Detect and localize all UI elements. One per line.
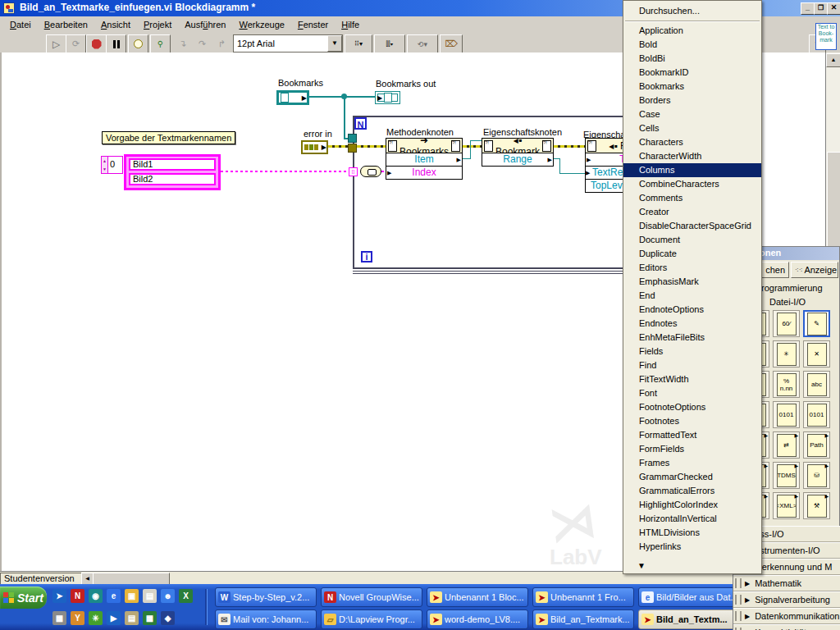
menu-item-application[interactable]: Application <box>623 24 761 38</box>
menu-item-htmldivisions[interactable]: HTMLDivisions <box>623 526 761 540</box>
distribute-objects-button[interactable]: ⫿⫿▾ <box>374 34 405 53</box>
tools-icon[interactable]: Y <box>71 611 84 625</box>
menu-bearbeiten[interactable]: Bearbeiten <box>38 18 94 31</box>
write-text-file-icon[interactable]: ✎ <box>803 310 830 337</box>
menu-item-fittextwidth[interactable]: FitTextWidth <box>623 372 761 386</box>
taskbar-button-bild-an-textmark[interactable]: ➤Bild_an_Textmark... <box>532 609 634 629</box>
run-continuous-button[interactable]: ⟳ <box>66 34 86 53</box>
free-label[interactable]: Vorgabe der Textmarkennamen <box>102 131 235 144</box>
execution-target-tab[interactable]: Studentenversion <box>0 573 84 585</box>
menu-item-characterwidth[interactable]: CharacterWidth <box>623 149 761 163</box>
menu-item-cells[interactable]: Cells <box>623 121 761 135</box>
taskbar-button-mail-von-johann[interactable]: ✉Mail von: Johann... <box>215 609 317 629</box>
media-player-icon[interactable]: ▶ <box>107 611 121 625</box>
array-constant[interactable]: Bild1 Bild2 <box>124 154 221 190</box>
property-node-row-range[interactable]: Range▶ <box>482 153 553 166</box>
new-file-icon[interactable]: ✳ <box>773 340 800 368</box>
menu-item-endnotes[interactable]: Endnotes <box>623 317 761 331</box>
advanced-file-icon[interactable]: ⚒▶ <box>803 492 830 519</box>
menu-datei[interactable]: Datei <box>3 18 38 31</box>
palette-category-datenkommunikation[interactable]: ▶Datenkommunikation <box>733 608 840 624</box>
array-index-box[interactable]: ▲▼ 0 <box>101 156 123 174</box>
menu-item-comments[interactable]: Comments <box>623 191 761 205</box>
method-node-row-index[interactable]: Index▶ <box>386 166 462 179</box>
start-button[interactable]: Start <box>0 587 47 609</box>
retain-wire-values-button[interactable]: ⚲ <box>150 34 171 53</box>
vi-icon[interactable]: Text toBook-mark <box>815 23 837 50</box>
menu-fenster[interactable]: Fenster <box>291 18 335 31</box>
menu-item-find[interactable]: Find <box>623 358 761 372</box>
hscrollbar-thumb[interactable] <box>93 573 170 585</box>
taskbar-button-unbenannt-1-fro[interactable]: ➤Unbenannt 1 Fro... <box>532 587 634 607</box>
menu-item-footnotes[interactable]: Footnotes <box>623 414 761 428</box>
error-wire[interactable] <box>357 145 386 148</box>
folder-exchange-icon[interactable]: ▣ <box>125 589 139 603</box>
align-objects-button[interactable]: ⠿▾ <box>345 34 372 53</box>
menu-item-formattedtext[interactable]: FormattedText <box>623 428 761 442</box>
menu-ansicht[interactable]: Ansicht <box>94 18 137 31</box>
step-into-button[interactable]: ↴ <box>172 34 193 53</box>
palette-view-button[interactable]: ⁖⁖ Anzeige <box>791 262 838 278</box>
indexing-tunnel[interactable]: [] <box>349 167 358 176</box>
palette-category-mathematik[interactable]: ▶Mathematik <box>733 575 840 591</box>
taskbar-button-step-by-step-v-2[interactable]: WStep-by-Step_v.2... <box>215 587 317 607</box>
taskbar-button-bild-bilder-aus-dat[interactable]: eBild/Bilder aus Dat... <box>638 587 740 607</box>
error-in-terminal[interactable]: ▶ <box>301 140 328 154</box>
menu-item-hyperlinks[interactable]: Hyperlinks <box>623 540 761 554</box>
font-selector[interactable]: 12pt Arial ▼ <box>233 34 343 52</box>
error-wire[interactable] <box>463 145 482 148</box>
loop-iteration-terminal[interactable]: i <box>361 251 372 262</box>
menu-item-case[interactable]: Case <box>623 107 761 121</box>
menu-item-formfields[interactable]: FormFields <box>623 442 761 456</box>
item-wire[interactable] <box>470 140 471 159</box>
menu-item-frames[interactable]: Frames <box>623 456 761 470</box>
menu-projekt[interactable]: Projekt <box>137 18 178 31</box>
taskbar-button-unbenannt-1-bloc[interactable]: ➤Unbenannt 1 Bloc... <box>427 587 528 607</box>
menu-item-bookmarks[interactable]: Bookmarks <box>623 80 761 94</box>
path-functions-icon[interactable]: Path▶ <box>803 431 830 459</box>
menu-scroll-more-icon[interactable]: ▼ <box>637 561 646 570</box>
menu-item-bookmarkid[interactable]: BookmarkID <box>623 66 761 80</box>
menu-werkzeuge[interactable]: Werkzeuge <box>232 18 290 31</box>
restore-button[interactable]: ❐ <box>814 2 828 15</box>
property-node[interactable]: ?! ◂▪ Bookmark ?! Range▶ <box>482 138 554 167</box>
read-spreadsheet-icon[interactable]: 60⁄ <box>773 310 800 337</box>
messenger-icon[interactable]: ☻ <box>161 589 175 603</box>
error-wire[interactable] <box>328 145 348 148</box>
chevron-down-icon[interactable]: ▼ <box>327 35 342 52</box>
highlight-execution-button[interactable] <box>128 34 148 53</box>
step-out-button[interactable]: ↱ <box>212 34 232 53</box>
menu-item-columns[interactable]: Columns <box>623 163 761 177</box>
palette-category-konnektivitt[interactable]: ▶Konnektivität <box>733 624 840 630</box>
menu-ausfhren[interactable]: Ausführen <box>178 18 232 31</box>
calculator-icon[interactable]: ▦ <box>52 611 66 625</box>
menu-item-disablecharacterspacegrid[interactable]: DisableCharacterSpaceGrid <box>623 219 761 233</box>
reference-wire[interactable] <box>344 97 345 138</box>
xml-icon[interactable]: <XML>▶ <box>773 492 800 519</box>
globe-icon[interactable]: ◉ <box>89 589 103 603</box>
menu-item-emphasismark[interactable]: EmphasisMark <box>623 275 761 289</box>
msn-icon[interactable]: ✳ <box>89 611 103 625</box>
run-button[interactable]: ▷ <box>46 34 66 53</box>
close-file-icon[interactable]: ✕ <box>803 340 830 368</box>
close-button[interactable]: ✕ <box>827 2 840 15</box>
launch-internet-icon[interactable]: ➤ <box>52 589 66 603</box>
minimize-button[interactable]: _ <box>801 2 815 15</box>
menu-item-duplicate[interactable]: Duplicate <box>623 247 761 261</box>
step-over-button[interactable]: ↷ <box>192 34 212 53</box>
reorder-objects-button[interactable]: ⟲▾ <box>407 34 438 53</box>
read-binary-file-icon[interactable]: 0101 <box>803 401 830 428</box>
cleanup-diagram-button[interactable]: ⌦ <box>440 34 463 53</box>
array-item[interactable]: Bild1 <box>129 158 216 171</box>
scroll-up-icon[interactable]: ▲ <box>826 53 840 67</box>
menu-item-end[interactable]: End <box>623 289 761 303</box>
menu-item-endnoteoptions[interactable]: EndnoteOptions <box>623 303 761 317</box>
menu-item-combinecharacters[interactable]: CombineCharacters <box>623 177 761 191</box>
error-wire[interactable] <box>554 145 585 148</box>
menu-item-enhmetafilebits[interactable]: EnhMetaFileBits <box>623 331 761 345</box>
file-properties-icon[interactable]: ▤ <box>143 589 157 603</box>
menu-item-document[interactable]: Document <box>623 233 761 247</box>
menu-item-editors[interactable]: Editors <box>623 261 761 275</box>
scroll-left-icon[interactable]: ◀ <box>81 573 94 585</box>
novell-icon[interactable]: N <box>71 589 84 603</box>
